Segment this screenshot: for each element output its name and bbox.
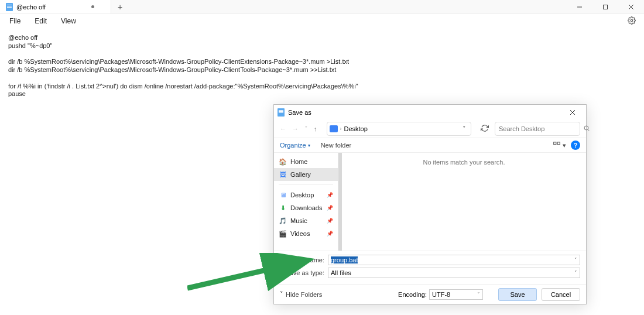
menubar: File Edit View (0, 14, 644, 28)
desktop-icon (330, 125, 338, 132)
window-controls (567, 0, 644, 13)
minimize-button[interactable] (567, 0, 592, 13)
svg-line-8 (588, 129, 589, 131)
svg-rect-1 (604, 5, 608, 9)
pin-icon: 📌 (327, 231, 333, 237)
dialog-footer: ˅Hide Folders Encoding: UTF-8 Save Cance… (274, 284, 586, 304)
hide-folders-button[interactable]: ˅Hide Folders (280, 290, 322, 298)
pin-icon: 📌 (327, 218, 333, 224)
dialog-titlebar: Save as (274, 105, 586, 120)
view-options-button[interactable]: ▾ (553, 141, 566, 149)
svg-rect-9 (554, 142, 556, 145)
new-tab-button[interactable]: + (111, 0, 129, 13)
svg-point-4 (631, 19, 633, 22)
chevron-down-icon[interactable]: ˅ (463, 125, 466, 133)
dialog-nav: ← → ˅ ↑ › Desktop ˅ (274, 120, 586, 138)
save-as-dialog: Save as ← → ˅ ↑ › Desktop ˅ Organize▾ Ne… (273, 104, 587, 304)
gallery-icon: 🖼 (279, 170, 287, 179)
menu-file[interactable]: File (2, 16, 28, 26)
dialog-toolbar: Organize▾ New folder ▾ ? (274, 138, 586, 153)
file-name-label: File name: (280, 256, 328, 263)
back-button[interactable]: ← (280, 125, 286, 132)
save-type-label: Save as type: (280, 269, 328, 276)
file-fields: File name: group.bat Save as type: All f… (274, 251, 586, 284)
caret-down-icon: ▾ (563, 142, 566, 149)
file-name-input[interactable]: group.bat (328, 255, 580, 265)
address-bar[interactable]: › Desktop ˅ (327, 122, 472, 136)
maximize-button[interactable] (592, 0, 618, 13)
window-titlebar: @echo off + (0, 0, 644, 14)
sidebar-item-gallery[interactable]: 🖼Gallery (274, 168, 338, 181)
home-icon: 🏠 (279, 158, 287, 166)
downloads-icon: ⬇ (279, 204, 287, 212)
sidebar-separator (279, 184, 333, 185)
editor-content[interactable]: @echo off pushd "%~dp0" dir /b %SystemRo… (0, 28, 644, 104)
file-list-area[interactable]: No items match your search. (342, 153, 586, 251)
chevron-right-icon: › (340, 126, 342, 132)
pin-icon: 📌 (327, 192, 333, 198)
search-box[interactable] (495, 122, 580, 136)
menu-edit[interactable]: Edit (28, 16, 54, 26)
sidebar-item-desktop[interactable]: 🖥Desktop📌 (274, 189, 338, 201)
empty-message: No items match your search. (342, 153, 586, 166)
search-input[interactable] (499, 125, 580, 132)
nav-sidebar: 🏠Home 🖼Gallery 🖥Desktop📌 ⬇Downloads📌 🎵Mu… (274, 153, 338, 251)
sidebar-item-home[interactable]: 🏠Home (274, 155, 338, 168)
svg-rect-10 (557, 142, 560, 145)
sidebar-item-videos[interactable]: 🎬Videos📌 (274, 227, 338, 240)
organize-button[interactable]: Organize▾ (280, 142, 310, 149)
notepad-icon (6, 3, 13, 11)
caret-down-icon: ▾ (308, 143, 310, 148)
help-button[interactable]: ? (571, 141, 580, 150)
refresh-button[interactable] (481, 124, 489, 133)
menu-view[interactable]: View (54, 16, 83, 26)
encoding-label: Encoding: (398, 291, 427, 298)
sidebar-item-downloads[interactable]: ⬇Downloads📌 (274, 201, 338, 214)
dialog-close-button[interactable] (563, 105, 583, 120)
videos-icon: 🎬 (279, 230, 287, 238)
encoding-select[interactable]: UTF-8 (429, 289, 483, 300)
chevron-down-icon: ˅ (280, 290, 283, 298)
up-button[interactable]: ↑ (314, 125, 317, 132)
dialog-body: 🏠Home 🖼Gallery 🖥Desktop📌 ⬇Downloads📌 🎵Mu… (274, 153, 586, 251)
save-type-select[interactable]: All files (328, 268, 580, 278)
recent-locations-button[interactable]: ˅ (304, 125, 308, 133)
tab-title: @echo off (16, 4, 46, 11)
notepad-icon (278, 108, 285, 117)
path-label: Desktop (344, 125, 368, 132)
pin-icon: 📌 (327, 205, 333, 211)
search-icon (583, 125, 590, 133)
svg-point-7 (584, 126, 588, 130)
save-button[interactable]: Save (498, 288, 537, 301)
sidebar-item-music[interactable]: 🎵Music📌 (274, 214, 338, 227)
settings-button[interactable] (628, 16, 636, 26)
desktop-icon: 🖥 (279, 191, 287, 199)
close-button[interactable] (618, 0, 644, 13)
new-folder-button[interactable]: New folder (321, 142, 352, 149)
document-tab[interactable]: @echo off (0, 0, 111, 13)
forward-button[interactable]: → (292, 125, 299, 132)
modified-indicator-icon (91, 5, 94, 8)
music-icon: 🎵 (279, 217, 287, 225)
dialog-title: Save as (288, 109, 311, 116)
cancel-button[interactable]: Cancel (542, 288, 580, 301)
